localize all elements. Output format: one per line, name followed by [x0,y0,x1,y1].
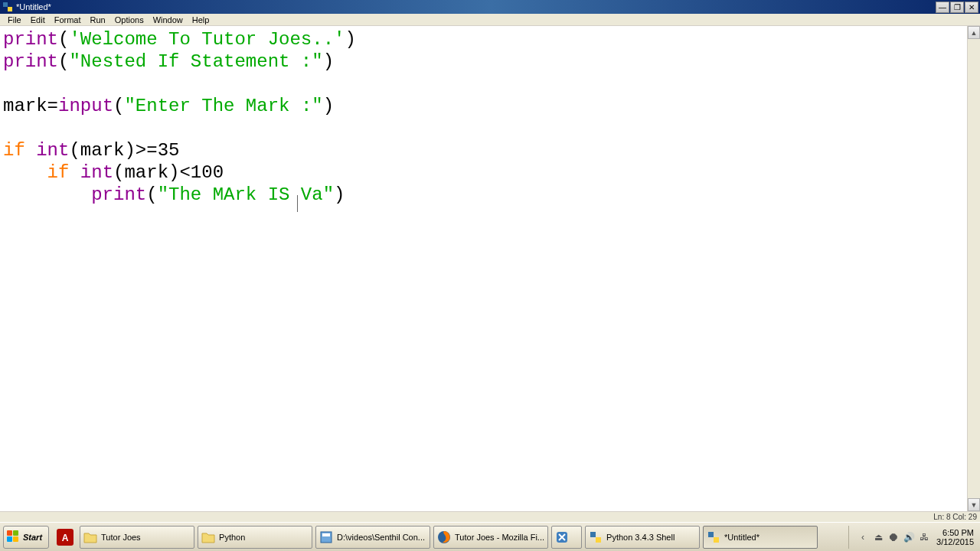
close-button[interactable]: ✕ [965,2,978,13]
code-editor[interactable]: print('Welcome To Tutor Joes..') print("… [0,26,967,511]
task-python-shell[interactable]: Python 3.4.3 Shell [585,526,700,549]
task-label: Python 3.4.3 Shell [606,533,675,542]
menu-format[interactable]: Format [50,15,86,25]
code-token: int [80,162,113,183]
task-app[interactable] [551,526,582,549]
svg-rect-10 [708,532,714,537]
scroll-down-icon[interactable]: ▼ [968,498,980,511]
code-token: ( [113,96,124,116]
network-icon[interactable]: 🖧 [918,531,930,543]
statusbar: Ln: 8 Col: 29 [0,511,980,522]
system-tray: ‹ ⏏ ⯃ 🔊 🖧 6:50 PM 3/12/2015 [848,526,980,549]
code-token: 'Welcome To Tutor Joes..' [69,29,345,50]
vertical-scrollbar[interactable]: ▲ ▼ [967,26,980,511]
usb-icon[interactable]: ⯃ [887,531,900,543]
minimize-button[interactable]: — [936,2,949,13]
code-token: ( [146,184,157,205]
code-token: (mark)>=35 [69,140,179,161]
code-token: ) [345,29,355,50]
code-token: ) [334,184,345,205]
titlebar[interactable]: *Untitled* — ❐ ✕ [0,0,980,14]
tray-expand-icon[interactable]: ‹ [857,531,869,543]
code-token: print [3,51,58,72]
scroll-track[interactable] [968,39,980,498]
folder-icon [83,530,97,544]
folder-icon [201,530,215,544]
code-token: (mark)<100 [113,162,224,183]
firefox-icon [437,530,451,544]
start-button[interactable]: Start [3,526,49,549]
svg-rect-5 [322,533,330,536]
task-label: Tutor Joes [101,533,141,542]
code-token: if [3,140,25,161]
code-token: "The MArk IS Va" [158,184,334,205]
windows-flag-icon [7,530,21,544]
task-tutor-joes-folder[interactable]: Tutor Joes [80,526,194,549]
menu-edit[interactable]: Edit [26,15,50,25]
svg-rect-1 [8,7,12,11]
text-cursor [297,195,298,212]
svg-text:A: A [62,533,69,543]
scroll-up-icon[interactable]: ▲ [968,26,980,39]
svg-rect-0 [3,2,8,7]
cursor-position: Ln: 8 Col: 29 [933,513,977,521]
code-token: mark= [3,96,58,116]
menu-options[interactable]: Options [110,15,149,25]
code-token: ) [323,96,334,116]
app-icon [555,530,569,544]
code-token: ( [58,29,69,50]
task-label: Tutor Joes - Mozilla Fi... [455,533,544,542]
explorer-icon [319,530,333,544]
python-icon [589,530,603,544]
window-title: *Untitled* [16,2,935,11]
code-token: "Enter The Mark :" [124,96,322,116]
menu-run[interactable]: Run [86,15,110,25]
idle-window: *Untitled* — ❐ ✕ File Edit Format Run Op… [0,0,980,522]
code-token: print [91,184,146,205]
task-python-folder[interactable]: Python [198,526,312,549]
clock-time: 6:50 PM [936,528,974,537]
svg-rect-9 [596,537,601,543]
editor-area: print('Welcome To Tutor Joes..') print("… [0,26,980,511]
taskbar: Start A Tutor Joes Python D:\videos\Sent… [0,522,980,551]
task-label: Python [219,533,245,542]
task-firefox[interactable]: Tutor Joes - Mozilla Fi... [433,526,548,549]
task-label: D:\videos\Senthil Con... [337,533,425,542]
maximize-button[interactable]: ❐ [950,2,964,13]
code-token: ) [323,51,334,72]
code-token [69,162,80,183]
device-icon[interactable]: ⏏ [872,531,884,543]
start-label: Start [23,533,42,542]
code-token: input [58,96,113,116]
code-token: if [47,162,70,183]
quick-launch: A [52,526,78,549]
code-token: "Nested If Statement :" [69,51,322,72]
svg-rect-8 [590,532,596,537]
menubar: File Edit Format Run Options Window Help [0,14,980,26]
volume-icon[interactable]: 🔊 [903,531,915,543]
svg-rect-11 [714,537,719,543]
clock[interactable]: 6:50 PM 3/12/2015 [936,528,974,546]
clock-date: 3/12/2015 [936,537,974,546]
code-token [3,184,91,205]
app-icon [2,2,13,12]
task-untitled[interactable]: *Untitled* [703,526,818,549]
code-token: ( [58,51,69,72]
adobe-reader-icon[interactable]: A [54,526,77,549]
code-token [3,162,47,183]
python-icon [707,530,720,544]
menu-help[interactable]: Help [188,15,214,25]
window-controls: — ❐ ✕ [935,2,980,13]
task-label: *Untitled* [724,533,760,542]
code-token [25,140,36,161]
menu-file[interactable]: File [3,15,26,25]
code-token: print [3,29,58,50]
task-videos-folder[interactable]: D:\videos\Senthil Con... [315,526,430,549]
code-token: int [36,140,69,161]
menu-window[interactable]: Window [149,15,188,25]
